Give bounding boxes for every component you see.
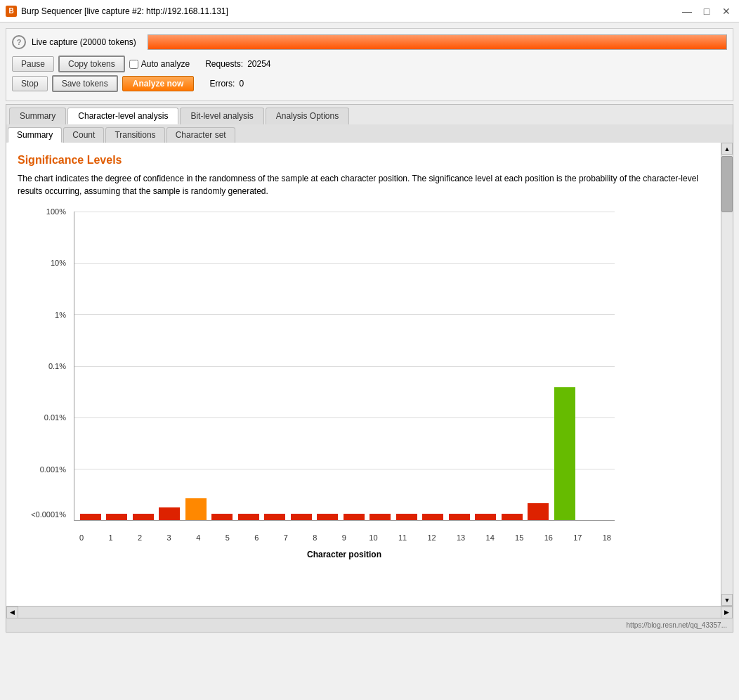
- x-label-18: 18: [599, 533, 615, 542]
- capture-label: Live capture (20000 tokens): [32, 37, 136, 47]
- x-label-15: 15: [511, 533, 527, 542]
- bar-17: [528, 503, 549, 520]
- grid-line-1: [74, 212, 615, 212]
- x-label-13: 13: [453, 533, 469, 542]
- x-label-3: 3: [162, 533, 177, 542]
- auto-analyze-row: Auto analyze: [129, 59, 190, 69]
- x-label-6: 6: [249, 533, 264, 542]
- h-scroll-track: [18, 607, 721, 618]
- auto-analyze-label: Auto analyze: [141, 59, 190, 69]
- x-label-7: 7: [278, 533, 294, 542]
- x-label-10: 10: [365, 533, 381, 542]
- x-axis-labels: 0 1 2 3 4 5 6 7 8 9 10 11 12 13 14 15 16: [74, 533, 615, 542]
- content-area: Significance Levels The chart indicates …: [6, 143, 733, 607]
- x-label-0: 0: [74, 533, 89, 542]
- pause-button[interactable]: Pause: [12, 56, 54, 72]
- h-scroll-left-button[interactable]: ◀: [6, 607, 18, 618]
- x-label-12: 12: [424, 533, 440, 542]
- bar-18: [554, 387, 575, 520]
- minimize-button[interactable]: —: [680, 4, 694, 18]
- chart-area: [74, 212, 615, 521]
- title-bar-left: B Burp Sequencer [live capture #2: http:…: [6, 6, 228, 17]
- requests-value: 20254: [247, 59, 270, 69]
- window-title: Burp Sequencer [live capture #2: http://…: [21, 6, 228, 16]
- bar-9: [317, 514, 338, 520]
- capture-row: ? Live capture (20000 tokens): [12, 34, 727, 50]
- vertical-scrollbar[interactable]: ▲ ▼: [721, 143, 733, 606]
- errors-label: Errors:: [209, 79, 235, 89]
- x-label-16: 16: [541, 533, 556, 542]
- buttons-row-1: Pause Copy tokens Auto analyze Requests:…: [12, 56, 727, 72]
- top-panel: ? Live capture (20000 tokens) Pause Copy…: [6, 28, 733, 101]
- x-label-2: 2: [132, 533, 148, 542]
- h-scroll-right-button[interactable]: ▶: [721, 607, 733, 618]
- status-text: https://blog.resn.net/qq_43357...: [627, 621, 727, 629]
- grid-line-6: [74, 469, 615, 469]
- save-tokens-button[interactable]: Save tokens: [52, 75, 118, 92]
- copy-tokens-button[interactable]: Copy tokens: [58, 56, 125, 72]
- requests-label: Requests:: [205, 59, 243, 69]
- x-label-1: 1: [103, 533, 119, 542]
- bar-8: [291, 514, 312, 520]
- main-container: ? Live capture (20000 tokens) Pause Copy…: [0, 22, 739, 638]
- auto-analyze-checkbox[interactable]: [129, 60, 138, 69]
- tab-character-level[interactable]: Character-level analysis: [67, 108, 178, 124]
- bar-14: [449, 514, 470, 520]
- content-main: Significance Levels The chart indicates …: [6, 143, 721, 606]
- tab-character-set[interactable]: Character set: [166, 127, 235, 143]
- scroll-down-button[interactable]: ▼: [721, 594, 733, 606]
- x-label-9: 9: [336, 533, 352, 542]
- tab-transitions[interactable]: Transitions: [105, 127, 164, 143]
- y-label-00001: <0.0001%: [31, 510, 66, 519]
- chart-title: Significance Levels: [18, 154, 709, 167]
- bar-2: [133, 514, 154, 520]
- tab-summary-outer[interactable]: Summary: [9, 108, 66, 124]
- y-label-01: 0.1%: [48, 362, 66, 370]
- chart-container: 100% 10% 1% 0.1% 0.01% 0.001% <0.0001%: [18, 212, 629, 563]
- scroll-thumb[interactable]: [721, 156, 733, 212]
- bar-1: [106, 514, 127, 520]
- stop-button[interactable]: Stop: [12, 76, 48, 91]
- x-axis-title: Character position: [74, 550, 615, 559]
- tab-count[interactable]: Count: [63, 127, 104, 143]
- x-label-11: 11: [395, 533, 410, 542]
- x-label-14: 14: [483, 533, 498, 542]
- close-button[interactable]: ✕: [719, 4, 733, 18]
- bar-10: [344, 514, 365, 520]
- bar-15: [475, 514, 496, 520]
- tab-analysis-options[interactable]: Analysis Options: [266, 108, 349, 124]
- bar-6: [238, 514, 259, 520]
- scroll-up-button[interactable]: ▲: [721, 143, 733, 155]
- title-bar: B Burp Sequencer [live capture #2: http:…: [0, 0, 739, 22]
- help-icon: ?: [12, 35, 26, 49]
- x-label-4: 4: [190, 533, 206, 542]
- chart-description: The chart indicates the degree of confid…: [18, 172, 709, 197]
- progress-bar-fill: [148, 35, 726, 49]
- inner-tabs: Summary Count Transitions Character set: [6, 124, 733, 143]
- x-label-5: 5: [220, 533, 235, 542]
- x-label-8: 8: [307, 533, 322, 542]
- bar-4: [185, 498, 207, 520]
- y-label-100: 100%: [46, 207, 66, 216]
- analyze-now-button[interactable]: Analyze now: [122, 76, 195, 91]
- app-icon: B: [6, 6, 17, 17]
- y-label-1: 1%: [55, 311, 66, 319]
- bar-16: [502, 514, 523, 520]
- grid-line-3: [74, 314, 615, 315]
- bar-7: [264, 514, 285, 520]
- tab-bit-level[interactable]: Bit-level analysis: [180, 108, 263, 124]
- tab-summary-inner[interactable]: Summary: [8, 127, 62, 143]
- bar-5: [211, 514, 233, 520]
- bar-0: [80, 514, 101, 520]
- maximize-button[interactable]: □: [700, 4, 714, 18]
- y-axis-labels: 100% 10% 1% 0.1% 0.01% 0.001% <0.0001%: [18, 212, 70, 521]
- status-bar: https://blog.resn.net/qq_43357...: [6, 618, 733, 633]
- y-label-10: 10%: [51, 259, 66, 267]
- x-label-17: 17: [570, 533, 585, 542]
- bar-11: [370, 514, 391, 520]
- y-label-0001: 0.001%: [40, 465, 66, 474]
- scroll-track: [721, 212, 733, 594]
- bar-3: [159, 507, 180, 520]
- buttons-row-2: Stop Save tokens Analyze now Errors: 0: [12, 75, 727, 92]
- outer-tabs: Summary Character-level analysis Bit-lev…: [6, 104, 733, 124]
